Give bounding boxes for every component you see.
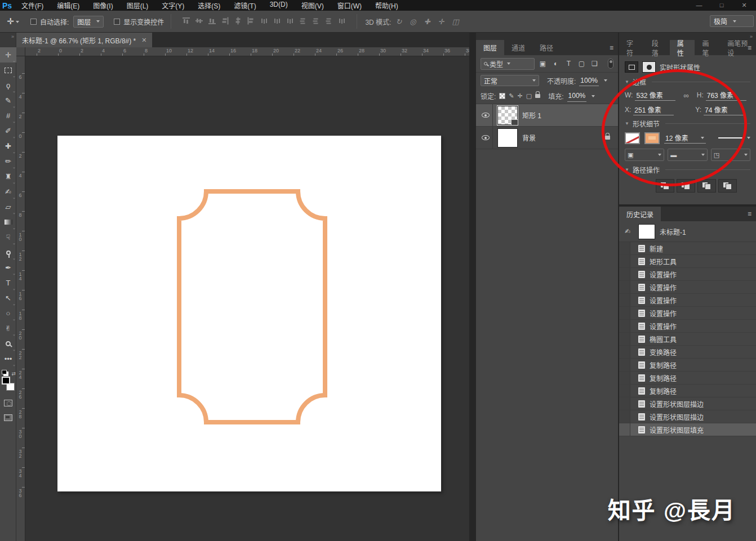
align-button[interactable]	[299, 17, 306, 26]
layer-thumbnail[interactable]	[497, 128, 518, 147]
menu-item[interactable]: 滤镜(T)	[234, 1, 256, 10]
tool-button[interactable]	[0, 336, 16, 351]
tool-button[interactable]: ✏	[0, 154, 16, 169]
maximize-button[interactable]: □	[718, 2, 726, 9]
history-brush-well[interactable]	[619, 255, 630, 267]
panel-menu-icon[interactable]: ≡	[610, 44, 613, 52]
3d-mode-button[interactable]: ◫	[452, 17, 459, 26]
history-step-row[interactable]: 复制路径	[619, 359, 756, 372]
width-field[interactable]: 532 像素	[635, 90, 675, 101]
history-step-row[interactable]: 复制路径	[619, 372, 756, 384]
tool-button[interactable]: ✛	[0, 47, 16, 62]
stroke-cap-dropdown[interactable]: ▬	[668, 149, 707, 161]
opacity-value[interactable]: 100%	[579, 75, 599, 86]
quick-mask-button[interactable]	[0, 396, 16, 410]
live-shape-icon[interactable]	[625, 61, 638, 73]
panel-tab[interactable]: 路径	[532, 40, 561, 55]
history-step-row[interactable]: 复制路径	[619, 384, 756, 397]
lock-artboard-icon[interactable]: ▢	[526, 92, 532, 100]
history-brush-well[interactable]	[619, 242, 630, 254]
panel-tab[interactable]: 图层	[476, 40, 504, 55]
panel-tab[interactable]: 字符	[619, 40, 644, 55]
lock-transparent-pixels-icon[interactable]	[499, 93, 505, 99]
menu-item[interactable]: 视图(V)	[301, 1, 324, 10]
collapse-panels-icon[interactable]: »	[750, 34, 753, 39]
align-button[interactable]	[338, 17, 345, 26]
close-tab-icon[interactable]: ✕	[141, 37, 146, 44]
menu-item[interactable]: 图像(I)	[93, 1, 113, 10]
minimize-button[interactable]: —	[695, 2, 703, 9]
3d-mode-button[interactable]: ◎	[410, 17, 416, 26]
path-operations-section-header[interactable]: ▼ 路径操作	[625, 163, 750, 176]
tool-button[interactable]: ✚	[0, 138, 16, 154]
tool-button[interactable]	[0, 245, 16, 260]
link-dimensions-icon[interactable]: ∞	[683, 91, 688, 100]
layer-filter-toggle[interactable]	[608, 59, 613, 69]
history-brush-well[interactable]	[619, 307, 630, 319]
tool-button[interactable]: ☟	[0, 230, 16, 245]
y-field[interactable]: 74 像素	[704, 105, 744, 115]
history-brush-well[interactable]	[619, 268, 630, 280]
3d-mode-button[interactable]: ↻	[395, 17, 402, 26]
auto-select-target-dropdown[interactable]: 图层	[73, 16, 104, 28]
panel-tab[interactable]: 通道	[504, 40, 532, 55]
history-brush-well[interactable]	[619, 372, 630, 384]
path-op-button[interactable]	[656, 179, 674, 193]
fill-value[interactable]: 100%	[567, 91, 587, 102]
tool-button[interactable]: •••	[0, 351, 16, 366]
history-step-row[interactable]: 设置操作	[619, 320, 756, 333]
menu-item[interactable]: 编辑(E)	[57, 1, 79, 10]
rectangle-shape-layer[interactable]	[57, 136, 441, 491]
menu-item[interactable]: 3D(D)	[270, 1, 288, 10]
tool-button[interactable]: ♜	[0, 169, 16, 184]
lock-image-pixels-icon[interactable]: ✎	[509, 92, 514, 100]
history-step-row[interactable]: 设置形状图层填充	[619, 423, 756, 436]
path-op-button[interactable]	[697, 179, 716, 193]
tool-button[interactable]: T	[0, 275, 16, 290]
3d-mode-button[interactable]: ✛	[438, 17, 444, 26]
bounds-section-header[interactable]: ▼ 边框	[625, 75, 750, 88]
close-button[interactable]: ✕	[740, 2, 748, 9]
mask-properties-icon[interactable]	[642, 61, 656, 73]
tool-button[interactable]: ✍	[0, 184, 16, 199]
history-brush-well[interactable]	[619, 346, 630, 358]
shape-details-section-header[interactable]: ▼ 形状细节	[625, 117, 750, 129]
swap-colors-icon[interactable]: ⇄	[11, 371, 16, 377]
workspace-switcher[interactable]: 极简	[710, 15, 754, 27]
blend-mode-dropdown[interactable]: 正常	[481, 75, 539, 86]
menu-item[interactable]: 窗口(W)	[337, 1, 362, 10]
layer-name[interactable]: 矩形 1	[522, 110, 541, 120]
align-button[interactable]	[247, 17, 255, 26]
history-step-row[interactable]: 变换路径	[619, 346, 756, 359]
panel-tab[interactable]: 段落	[644, 40, 670, 55]
default-colors-icon[interactable]	[2, 370, 7, 374]
layer-name[interactable]: 背景	[522, 133, 536, 142]
panel-tab[interactable]: 画笔	[695, 40, 720, 55]
chevron-down-icon[interactable]	[604, 79, 607, 82]
history-brush-well[interactable]	[619, 320, 630, 332]
stroke-width-field[interactable]: 12 像素	[664, 132, 706, 144]
align-button[interactable]	[325, 17, 332, 26]
layer-visibility-cell[interactable]	[478, 127, 493, 149]
path-op-button[interactable]	[677, 179, 695, 193]
tool-button[interactable]: ○	[0, 306, 16, 321]
pixel-layer-filter-icon[interactable]: ▣	[538, 60, 548, 68]
history-tab[interactable]: 历史记录	[619, 207, 661, 221]
menu-item[interactable]: 文件(F)	[21, 1, 43, 10]
stroke-corner-dropdown[interactable]: ◳	[711, 149, 750, 161]
stroke-align-dropdown[interactable]: ▣	[625, 149, 664, 161]
align-button[interactable]	[260, 17, 268, 26]
tool-button[interactable]: ↖	[0, 290, 16, 306]
auto-select-checkbox[interactable]	[30, 19, 37, 25]
layer-filter-type-dropdown[interactable]: 类型	[481, 58, 535, 70]
smart-object-filter-icon[interactable]: ❏	[590, 60, 599, 68]
type-layer-filter-icon[interactable]: T	[564, 60, 573, 68]
align-button[interactable]	[273, 17, 281, 26]
history-step-row[interactable]: 设置操作	[619, 307, 756, 320]
history-step-row[interactable]: 矩形工具	[619, 255, 756, 268]
history-step-row[interactable]: 设置操作	[619, 294, 756, 307]
foreground-color-chip[interactable]	[2, 377, 10, 384]
history-snapshot-row[interactable]: ✍ 未标题-1	[619, 221, 756, 242]
panel-menu-icon[interactable]: ≡	[748, 210, 751, 218]
canvas-viewport[interactable]	[25, 56, 469, 541]
